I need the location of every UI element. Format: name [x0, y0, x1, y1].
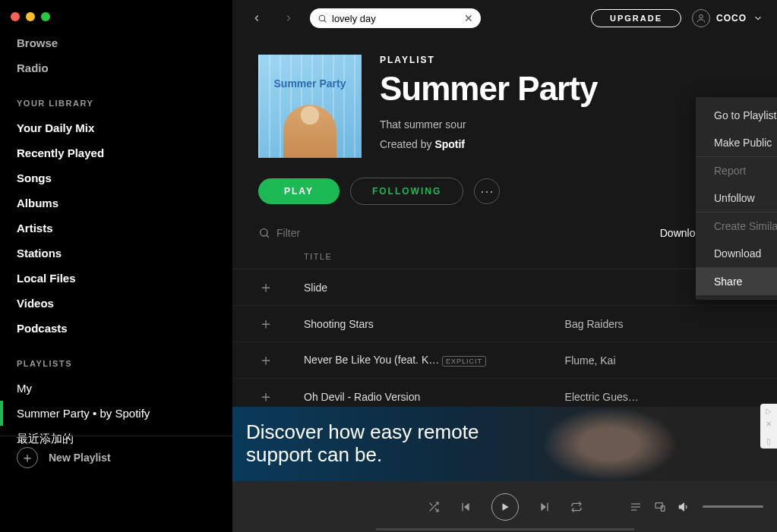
play-button[interactable]: PLAY	[258, 178, 340, 204]
explicit-badge: EXPLICIT	[442, 356, 486, 367]
ctx-label: Download	[714, 247, 761, 260]
svg-marker-9	[464, 502, 469, 511]
art-caption: Summer Party	[258, 77, 362, 90]
new-playlist-button[interactable]: ＋ New Playlist	[0, 436, 232, 479]
svg-rect-13	[547, 502, 548, 511]
lib-songs[interactable]: Songs	[17, 165, 208, 190]
lib-recently-played[interactable]: Recently Played	[17, 140, 208, 165]
prev-track-button[interactable]	[460, 501, 472, 513]
nav-radio[interactable]: Radio	[17, 55, 208, 80]
playlists-heading: PLAYLISTS	[17, 359, 208, 368]
playlist-summer-party[interactable]: Summer Party • by Spotify	[17, 401, 208, 426]
ctx-label: Unfollow	[714, 192, 755, 204]
add-track-icon[interactable]: ＋	[258, 313, 304, 334]
ad-line1: Discover how easy remote	[246, 421, 479, 444]
add-track-icon[interactable]: ＋	[258, 386, 304, 407]
ctx-label: Make Public	[714, 137, 772, 149]
context-menu: Go to Playlist RadioMake PublicReportUnf…	[696, 97, 777, 300]
track-title: Never Be Like You (feat. K… EXPLICIT	[304, 354, 565, 367]
close-window-icon[interactable]	[11, 12, 20, 21]
search-icon	[317, 14, 327, 24]
chevron-down-icon	[753, 13, 763, 24]
track-artist[interactable]: Bag Raiders	[565, 318, 751, 330]
clear-search-icon[interactable]: ✕	[464, 12, 473, 24]
upgrade-button[interactable]: UPGRADE	[591, 9, 681, 27]
sidebar: Browse Radio YOUR LIBRARY Your Daily Mix…	[0, 0, 232, 532]
ad-banner[interactable]: Discover how easy remote support can be.	[232, 407, 777, 481]
devices-button[interactable]	[654, 501, 666, 513]
col-title[interactable]: TITLE	[304, 252, 547, 263]
playlist-title: Summer Party	[380, 70, 597, 108]
add-track-icon[interactable]: ＋	[258, 350, 304, 370]
svg-marker-12	[541, 502, 546, 511]
playlist-art[interactable]: Summer Party	[258, 55, 362, 158]
content-kind-label: PLAYLIST	[380, 55, 597, 65]
minimize-window-icon[interactable]	[26, 12, 35, 21]
plus-icon: ＋	[17, 447, 38, 468]
nav-forward-button[interactable]	[278, 8, 299, 29]
track-title: Oh Devil - Radio Version	[304, 391, 565, 403]
ctx-download[interactable]: Download	[696, 240, 777, 267]
ctx-share[interactable]: Share	[696, 268, 777, 295]
svg-marker-11	[502, 503, 508, 510]
track-row[interactable]: ＋ Shooting Stars Bag Raiders	[232, 306, 777, 342]
ctx-label: Go to Playlist Radio	[714, 109, 777, 121]
play-pause-button[interactable]	[491, 493, 519, 521]
more-options-button[interactable]: ⋯	[474, 178, 500, 204]
search-box[interactable]: ✕	[310, 8, 481, 28]
ctx-unfollow[interactable]: Unfollow	[696, 184, 777, 212]
new-playlist-label: New Playlist	[49, 452, 111, 464]
lib-local-files[interactable]: Local Files	[17, 266, 208, 291]
track-artist[interactable]: Electric Gues…	[565, 391, 751, 403]
svg-line-1	[324, 20, 327, 22]
maximize-window-icon[interactable]	[41, 12, 50, 21]
progress-bar[interactable]	[376, 528, 634, 530]
search-input[interactable]	[332, 13, 460, 24]
library-list: Your Daily Mix Recently Played Songs Alb…	[17, 115, 208, 341]
track-title: Shooting Stars	[304, 318, 565, 330]
playlist-my[interactable]: My	[17, 376, 208, 401]
svg-point-2	[700, 14, 703, 18]
ctx-go-to-playlist-radio[interactable]: Go to Playlist Radio	[696, 102, 777, 129]
ctx-make-public[interactable]: Make Public	[696, 129, 777, 156]
svg-rect-10	[462, 502, 463, 511]
track-row[interactable]: ＋ Never Be Like You (feat. K… EXPLICIT F…	[232, 342, 777, 379]
player-bar	[232, 481, 777, 532]
track-artist[interactable]: Flume, Kai	[565, 354, 751, 367]
volume-button[interactable]	[678, 501, 690, 513]
shuffle-button[interactable]	[428, 501, 440, 513]
svg-point-3	[261, 229, 267, 236]
add-track-icon[interactable]: ＋	[258, 277, 304, 297]
lib-albums[interactable]: Albums	[17, 190, 208, 216]
nav-browse[interactable]: Browse	[17, 30, 208, 55]
lib-daily-mix[interactable]: Your Daily Mix	[17, 115, 208, 140]
nav-back-button[interactable]	[246, 8, 267, 29]
ctx-label: Report	[714, 165, 746, 177]
user-name: COCO	[716, 13, 747, 24]
playlist-description: That summer sour	[380, 118, 597, 131]
filter-input[interactable]	[276, 227, 409, 239]
adchoice-badge[interactable]: ▷✕▯	[760, 404, 777, 449]
ctx-report: Report	[696, 157, 777, 184]
ctx-create-similar-playlist: Create Similar Playlist	[696, 212, 777, 240]
svg-line-4	[267, 235, 269, 238]
playlist-creator: Created by Spotif	[380, 138, 597, 150]
filter-search-icon	[258, 227, 270, 239]
lib-artists[interactable]: Artists	[17, 216, 208, 241]
repeat-button[interactable]	[570, 501, 583, 513]
lib-videos[interactable]: Videos	[17, 291, 208, 316]
queue-button[interactable]	[630, 501, 642, 513]
volume-slider[interactable]	[703, 505, 763, 508]
svg-point-0	[319, 15, 325, 21]
lib-podcasts[interactable]: Podcasts	[17, 316, 208, 341]
main-area: ✕ UPGRADE COCO Summer Party PLAYLIST Sum…	[232, 0, 777, 532]
user-menu[interactable]: COCO	[692, 9, 763, 27]
ad-line2: support can be.	[246, 444, 479, 467]
ctx-label: Create Similar Playlist	[714, 220, 777, 232]
ctx-label: Share	[714, 275, 742, 288]
lib-stations[interactable]: Stations	[17, 241, 208, 266]
main-nav: Browse Radio	[17, 30, 208, 80]
following-button[interactable]: FOLLOWING	[350, 178, 463, 205]
top-bar: ✕ UPGRADE COCO	[232, 0, 777, 36]
next-track-button[interactable]	[539, 501, 551, 513]
